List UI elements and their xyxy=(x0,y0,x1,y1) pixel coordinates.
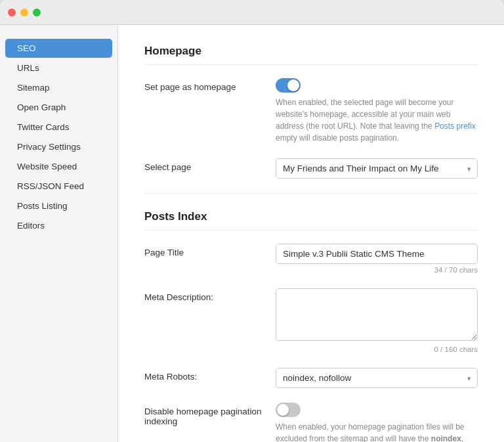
select-page-dropdown[interactable]: My Friends and Their Impact on My LifeAb… xyxy=(276,158,478,179)
set-homepage-row: Set page as homepage When enabled, the s… xyxy=(144,78,478,144)
sidebar-item-website-speed[interactable]: Website Speed xyxy=(5,157,112,176)
homepage-section-title: Homepage xyxy=(144,45,478,65)
section-divider xyxy=(144,193,478,194)
sidebar-item-posts-listing[interactable]: Posts Listing xyxy=(5,196,112,215)
sidebar-item-urls[interactable]: URLs xyxy=(5,58,112,77)
sidebar-item-seo[interactable]: SEO xyxy=(5,39,112,58)
posts-index-section-title: Posts Index xyxy=(144,210,478,231)
meta-robots-control: noindex, nofollowindex, follownoindex, f… xyxy=(276,368,478,388)
page-title-row: Page Title 34 / 70 chars xyxy=(144,244,478,274)
meta-description-input[interactable] xyxy=(276,288,478,341)
disable-pagination-indexing-toggle-container xyxy=(276,403,478,417)
set-homepage-toggle[interactable] xyxy=(276,78,301,93)
disable-pagination-indexing-row: Disable homepage pagination indexing Whe… xyxy=(144,403,478,442)
select-page-row: Select page My Friends and Their Impact … xyxy=(144,158,478,179)
posts-prefix-link[interactable]: Posts prefix xyxy=(434,122,476,131)
meta-robots-label: Meta Robots: xyxy=(144,368,276,382)
disable-pagination-indexing-toggle[interactable] xyxy=(276,403,301,417)
sidebar-item-rss-json-feed[interactable]: RSS/JSON Feed xyxy=(5,177,112,196)
app-window: SEOURLsSitemapOpen GraphTwitter CardsPri… xyxy=(0,0,504,442)
meta-description-row: Meta Description: 0 / 160 chars xyxy=(144,288,478,353)
hint-text-before: When enabled, the selected page will bec… xyxy=(276,98,454,131)
page-title-control: 34 / 70 chars xyxy=(276,244,478,274)
page-title-char-count: 34 / 70 chars xyxy=(276,266,478,274)
meta-description-control: 0 / 160 chars xyxy=(276,288,478,353)
meta-robots-dropdown[interactable]: noindex, nofollowindex, follownoindex, f… xyxy=(276,368,478,388)
page-title-input[interactable] xyxy=(276,244,478,264)
sidebar-item-sitemap[interactable]: Sitemap xyxy=(5,78,112,97)
select-page-control: My Friends and Their Impact on My LifeAb… xyxy=(276,158,478,179)
disable-pagination-indexing-hint: When enabled, your homepage pagination f… xyxy=(276,421,478,442)
select-page-label: Select page xyxy=(144,158,276,172)
set-homepage-control: When enabled, the selected page will bec… xyxy=(276,78,478,144)
set-homepage-toggle-container xyxy=(276,78,478,93)
page-title-label: Page Title xyxy=(144,244,276,257)
close-button[interactable] xyxy=(8,9,16,16)
titlebar xyxy=(0,0,504,25)
meta-robots-row: Meta Robots: noindex, nofollowindex, fol… xyxy=(144,368,478,388)
disable-pagination-indexing-control: When enabled, your homepage pagination f… xyxy=(276,403,478,442)
sidebar-item-open-graph[interactable]: Open Graph xyxy=(5,98,112,117)
hint-text-end: empty will disable posts pagination. xyxy=(276,133,399,143)
sidebar-item-editors[interactable]: Editors xyxy=(5,216,112,235)
maximize-button[interactable] xyxy=(33,9,41,16)
set-homepage-label: Set page as homepage xyxy=(144,78,276,92)
sidebar-item-privacy-settings[interactable]: Privacy Settings xyxy=(5,137,112,156)
sidebar: SEOURLsSitemapOpen GraphTwitter CardsPri… xyxy=(0,25,118,442)
sidebar-item-twitter-cards[interactable]: Twitter Cards xyxy=(5,118,112,137)
meta-description-label: Meta Description: xyxy=(144,288,276,302)
meta-description-char-count: 0 / 160 chars xyxy=(276,345,478,353)
main-content: Homepage Set page as homepage When enabl… xyxy=(118,25,504,442)
content-area: SEOURLsSitemapOpen GraphTwitter CardsPri… xyxy=(0,25,504,442)
meta-robots-wrapper: noindex, nofollowindex, follownoindex, f… xyxy=(276,368,478,388)
select-page-wrapper: My Friends and Their Impact on My LifeAb… xyxy=(276,158,478,179)
disable-pagination-indexing-label: Disable homepage pagination indexing xyxy=(144,403,276,426)
set-homepage-hint: When enabled, the selected page will bec… xyxy=(276,97,478,144)
hint-bold1: noindex xyxy=(431,434,461,442)
hint-middle: , xyxy=(461,434,463,442)
minimize-button[interactable] xyxy=(20,9,28,16)
